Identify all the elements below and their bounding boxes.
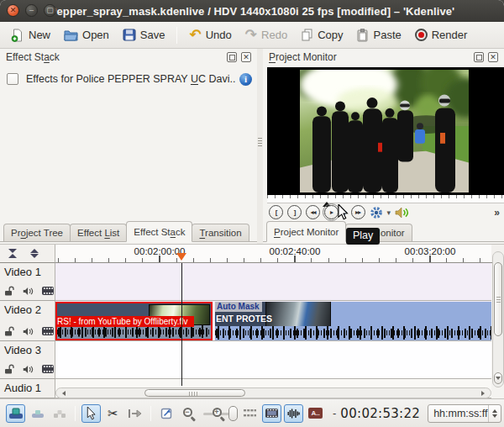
info-icon[interactable]: i: [239, 73, 252, 86]
effect-enable-checkbox[interactable]: [7, 73, 18, 85]
scissors-icon: ✂: [108, 406, 118, 421]
track-header-video1[interactable]: Video 1: [0, 263, 55, 301]
video-track-icon[interactable]: [42, 365, 54, 373]
rewind-button[interactable]: ◂◂: [306, 205, 320, 219]
panel-float-icon[interactable]: [474, 52, 484, 62]
show-video-thumbnails-button[interactable]: [262, 404, 281, 423]
effect-enable-row: Effects for Police PEPPER SPRAY UC Davi.…: [7, 71, 252, 87]
razor-tool-button[interactable]: ✂: [103, 404, 123, 423]
normal-edit-mode-button[interactable]: [6, 404, 25, 423]
panel-close-icon[interactable]: ✕: [241, 52, 251, 62]
splitter-grip: [258, 138, 262, 148]
timecode-format-select[interactable]: hh:mm:ss:ff: [428, 404, 501, 423]
timecode-display: 00:02:53:22: [340, 406, 420, 421]
tab-project-tree[interactable]: Project Tree: [3, 224, 71, 241]
vertical-scrollbar-thumb[interactable]: [494, 262, 502, 336]
track-lane-video2[interactable]: RS! - from YouTube by Offliberty.flv Aut…: [55, 301, 491, 341]
track-lane-video1[interactable]: [55, 263, 491, 301]
video-track-icon[interactable]: [42, 287, 54, 295]
timeline: 00:02:00:00 00:02:40:00 00:03:20:00 Vide…: [0, 244, 504, 398]
new-button[interactable]: New: [6, 26, 55, 45]
panel-float-icon[interactable]: [227, 52, 237, 62]
scroll-right-icon[interactable]: [481, 391, 487, 396]
open-folder-icon: [64, 29, 78, 41]
insert-edit-mode-button[interactable]: [50, 404, 69, 423]
overwrite-edit-mode-button[interactable]: [28, 404, 47, 423]
monitor-settings-gear-icon[interactable]: [370, 206, 383, 219]
show-marker-comments-button[interactable]: A..: [306, 404, 325, 423]
clip-auto-mask[interactable]: Auto Mask ENT PROTES: [215, 302, 491, 340]
redo-icon: ↷: [245, 29, 257, 41]
automatic-transitions-button[interactable]: [240, 404, 260, 423]
playhead-line: [181, 263, 182, 386]
set-zone-start-button[interactable]: [: [269, 205, 283, 219]
spacer-arrow-icon: [129, 409, 142, 419]
volume-speaker-icon[interactable]: [395, 207, 409, 219]
copy-button[interactable]: Copy: [296, 26, 348, 44]
undo-button[interactable]: ↶ Undo: [184, 26, 236, 44]
normal-mode-icon: [8, 408, 24, 419]
fit-zoom-icon: [160, 407, 173, 419]
tab-effect-stack[interactable]: Effect Stack: [126, 221, 192, 242]
mute-speaker-icon[interactable]: [23, 287, 34, 296]
toolbar-overflow-icon[interactable]: »: [494, 207, 500, 219]
spinner-icons[interactable]: [488, 405, 501, 422]
forward-button[interactable]: ▸▸: [351, 205, 365, 219]
copy-icon: [301, 29, 313, 41]
timeline-ruler[interactable]: 00:02:00:00 00:02:40:00 00:03:20:00: [55, 245, 491, 263]
fit-tracks-icon[interactable]: [8, 249, 17, 258]
tab-effect-list[interactable]: Effect List: [70, 224, 127, 241]
lock-icon[interactable]: [4, 364, 14, 374]
clip-selected[interactable]: RS! - from YouTube by Offliberty.flv: [55, 302, 213, 340]
show-audio-thumbnails-button[interactable]: [284, 404, 303, 423]
track-header-video3[interactable]: Video 3: [0, 341, 55, 379]
zoom-out-icon: −: [182, 407, 196, 420]
selection-arrow-icon: [86, 407, 97, 420]
scroll-down-button[interactable]: [494, 372, 502, 384]
track-lane-video3[interactable]: [55, 341, 491, 379]
redo-button[interactable]: ↷ Redo: [240, 26, 292, 44]
horizontal-scrollbar-thumb[interactable]: [144, 389, 245, 397]
save-floppy-icon: [123, 29, 136, 41]
audio-waveform: [215, 326, 491, 340]
window-close-button[interactable]: ✕: [7, 4, 19, 17]
lock-icon[interactable]: [4, 326, 14, 336]
scroll-left-icon[interactable]: [60, 391, 66, 396]
spacer-tool-button[interactable]: [125, 404, 144, 423]
effect-label: Effects for Police PEPPER SPRAY UC Davi.…: [26, 73, 236, 85]
window-minimize-button[interactable]: –: [25, 4, 38, 17]
video-track-icon[interactable]: [42, 327, 54, 335]
track-header-audio1[interactable]: Audio 1: [0, 379, 55, 398]
panel-close-icon[interactable]: ✕: [488, 52, 498, 62]
zoom-out-button[interactable]: −: [179, 404, 198, 423]
render-button[interactable]: Render: [410, 26, 473, 44]
set-zone-end-button[interactable]: ]: [287, 205, 302, 219]
track-header-video2[interactable]: Video 2: [0, 301, 55, 341]
mute-speaker-icon[interactable]: [23, 365, 34, 374]
selection-tool-button[interactable]: [81, 404, 101, 423]
tab-transition[interactable]: Transition: [192, 224, 249, 241]
video-frame: [300, 70, 469, 192]
render-record-icon: [415, 29, 428, 41]
tab-project-monitor[interactable]: Project Monitor: [266, 221, 346, 242]
window-maximize-button[interactable]: ▢: [44, 4, 56, 17]
audio-waveform-icon: [287, 409, 300, 419]
panel-splitter[interactable]: [257, 49, 263, 244]
horizontal-scrollbar[interactable]: [55, 387, 491, 398]
statusbar-separator-dash: -: [333, 407, 336, 419]
vertical-scrollbar[interactable]: [492, 251, 504, 387]
lock-icon[interactable]: [4, 286, 14, 296]
save-button[interactable]: Save: [118, 26, 171, 44]
monitor-seek-ruler[interactable]: [267, 195, 504, 203]
expand-tracks-icon[interactable]: [30, 249, 39, 258]
audio-waveform: [57, 325, 211, 339]
zoom-slider-handle[interactable]: [228, 406, 238, 421]
mute-speaker-icon[interactable]: [23, 327, 34, 336]
settings-dropdown-icon[interactable]: ▾: [387, 208, 391, 217]
open-button[interactable]: Open: [59, 26, 114, 44]
fit-zoom-button[interactable]: [157, 404, 176, 423]
timeline-playhead-icon[interactable]: [176, 253, 186, 266]
paste-clipboard-icon: [356, 29, 369, 42]
paste-button[interactable]: Paste: [351, 26, 406, 45]
effect-stack-title: Effect Stack: [6, 51, 60, 63]
